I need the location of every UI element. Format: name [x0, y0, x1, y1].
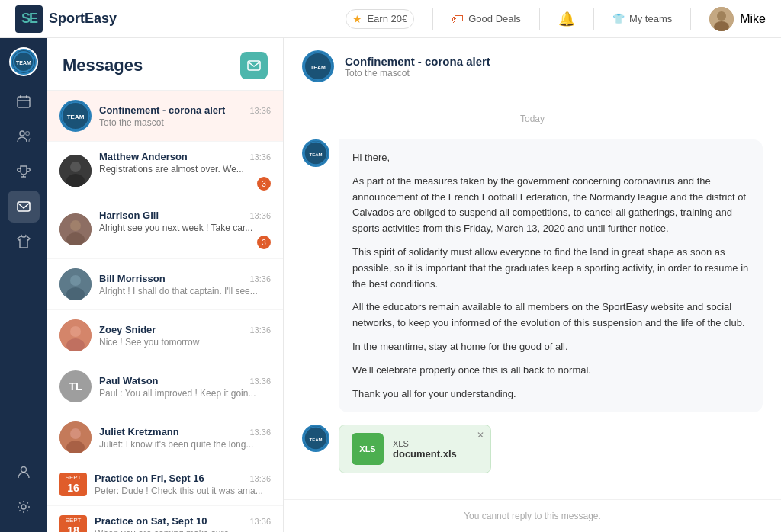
message-content: Harrison Gill 13:36 Alright see you next… [99, 210, 271, 249]
xls-attachment: XLS XLS document.xls ✕ [339, 425, 491, 473]
topnav-actions: ★ Earn 20€ 🏷 Good Deals 🔔 👕 My teams Mik… [346, 7, 766, 31]
deals-label: Good Deals [468, 13, 521, 24]
chat-title: Confinement - corona alert [345, 55, 490, 68]
logo[interactable]: SE SportEasy [15, 5, 117, 33]
message-preview: When you are coming make sure... [95, 528, 271, 532]
avatar [59, 319, 92, 351]
my-teams-button[interactable]: 👕 My teams [612, 13, 672, 24]
avatar: TL [59, 370, 92, 402]
unread-count: 3 [257, 236, 271, 249]
avatar [59, 155, 92, 187]
shirt-icon: 👕 [612, 13, 625, 24]
profile-name: Mike [740, 12, 766, 26]
svg-point-9 [20, 131, 24, 136]
date-badge: SEPT 18 [59, 515, 87, 532]
message-content: Zoey Snider 13:36 Nice ! See you tomorro… [99, 324, 271, 348]
chat-bubble: Hi there, As part of the measures taken … [339, 139, 763, 412]
messages-panel: Messages TEAM Confinemen [47, 38, 284, 532]
message-content: Matthew Anderson 13:36 Registrations are… [99, 151, 271, 191]
message-text: In the meantime, stay at home for the go… [352, 339, 749, 355]
message-time: 13:36 [249, 474, 271, 483]
earn-star-icon: ★ [352, 13, 362, 25]
message-preview: Alright ! I shall do that captain. I'll … [99, 286, 271, 296]
sidebar-item-profile[interactable] [8, 456, 40, 488]
sender-name: Matthew Anderson [99, 151, 188, 162]
list-item[interactable]: SEPT 18 Practice on Sat, Sept 10 13:36 W… [47, 506, 283, 532]
sidebar-team-badge[interactable]: TEAM [9, 47, 38, 76]
list-item[interactable]: Zoey Snider 13:36 Nice ! See you tomorro… [47, 310, 283, 361]
xls-filename: document.xls [393, 448, 457, 460]
svg-text:TEAM: TEAM [16, 60, 31, 66]
svg-point-15 [21, 505, 26, 509]
message-preview: Nice ! See you tomorrow [99, 337, 271, 348]
compose-button[interactable] [240, 52, 268, 79]
xls-info: XLS document.xls [393, 439, 457, 460]
svg-point-1 [717, 11, 726, 21]
divider3 [593, 8, 594, 30]
list-item[interactable]: SEPT 16 Practice on Fri, Sept 16 13:36 P… [47, 463, 283, 506]
list-item[interactable]: Matthew Anderson 13:36 Registrations are… [47, 142, 283, 200]
svg-text:TEAM: TEAM [310, 65, 326, 70]
message-preview: Paul : You all improved ! Keep it goin..… [99, 388, 271, 399]
message-preview: Juliet: I know it's been quite the long.… [99, 439, 271, 450]
sidebar-item-messages[interactable] [8, 191, 40, 223]
svg-point-14 [21, 467, 27, 473]
date-badge: SEPT 16 [59, 473, 87, 495]
messages-title: Messages [63, 56, 143, 75]
message-content: Practice on Fri, Sept 16 13:36 Peter: Du… [95, 473, 271, 496]
avatar [59, 268, 92, 300]
message-content: Bill Morrisson 13:36 Alright ! I shall d… [99, 273, 271, 296]
list-item[interactable]: TEAM Confinement - corona alert 13:36 To… [47, 91, 283, 142]
sidebar-item-trophy[interactable] [8, 155, 40, 187]
chat-subtitle: Toto the mascot [345, 68, 490, 79]
attachment-close-button[interactable]: ✕ [477, 430, 484, 441]
chat-header-info: Confinement - corona alert Toto the masc… [345, 55, 490, 79]
svg-point-32 [70, 428, 81, 439]
message-content: Practice on Sat, Sept 10 13:36 When you … [95, 515, 271, 532]
earn-button[interactable]: ★ Earn 20€ [346, 9, 414, 29]
bell-button[interactable]: 🔔 [558, 11, 575, 27]
avatar [709, 7, 734, 31]
message-text: All the educators remain available to al… [352, 300, 749, 332]
list-item[interactable]: Harrison Gill 13:36 Alright see you next… [47, 200, 283, 259]
message-preview: Alright see you next week ! Take car... [99, 223, 271, 233]
divider4 [690, 8, 691, 30]
sender-name: Zoey Snider [99, 324, 156, 335]
sidebar-item-people[interactable] [8, 120, 40, 152]
svg-rect-16 [248, 61, 260, 70]
message-preview: Registrations are almost over. We... [99, 164, 271, 175]
sidebar-item-settings[interactable] [8, 491, 40, 523]
sender-name: Harrison Gill [99, 210, 159, 221]
sender-name: Confinement - corona alert [99, 104, 225, 116]
chat-attachment-row: TEAM XLS XLS document.xls ✕ [302, 425, 763, 473]
sidebar-item-calendar[interactable] [8, 85, 40, 117]
sender-name: Juliet Kretzmann [99, 426, 179, 437]
message-time: 13:36 [249, 211, 271, 220]
chat-sender-avatar2: TEAM [302, 425, 329, 452]
message-time: 13:36 [249, 274, 271, 284]
svg-point-26 [70, 275, 81, 286]
message-time: 13:36 [249, 377, 271, 386]
deals-tag-icon: 🏷 [452, 12, 464, 26]
teams-label: My teams [629, 13, 672, 24]
message-content: Paul Watson 13:36 Paul : You all improve… [99, 375, 271, 399]
unread-count: 3 [257, 177, 271, 191]
svg-text:TEAM: TEAM [67, 114, 85, 120]
svg-text:TEAM: TEAM [310, 152, 323, 157]
sidebar-item-shirt[interactable] [8, 226, 40, 258]
good-deals-button[interactable]: 🏷 Good Deals [452, 12, 521, 26]
message-content: Confinement - corona alert 13:36 Toto th… [99, 104, 271, 128]
svg-point-20 [70, 162, 81, 172]
svg-text:TEAM: TEAM [310, 437, 323, 442]
list-item[interactable]: TL Paul Watson 13:36 Paul : You all impr… [47, 361, 283, 412]
svg-point-10 [26, 132, 30, 136]
profile-button[interactable]: Mike [709, 7, 766, 31]
list-item[interactable]: Juliet Kretzmann 13:36 Juliet: I know it… [47, 412, 283, 463]
chat-footer: You cannot reply to this message. [284, 499, 781, 532]
earn-label: Earn 20€ [367, 13, 407, 24]
messages-list: TEAM Confinement - corona alert 13:36 To… [47, 91, 283, 532]
top-navigation: SE SportEasy ★ Earn 20€ 🏷 Good Deals 🔔 👕… [0, 0, 781, 38]
date-divider: Today [302, 114, 763, 124]
list-item[interactable]: Bill Morrisson 13:36 Alright ! I shall d… [47, 259, 283, 310]
footer-text: You cannot reply to this message. [464, 511, 601, 521]
